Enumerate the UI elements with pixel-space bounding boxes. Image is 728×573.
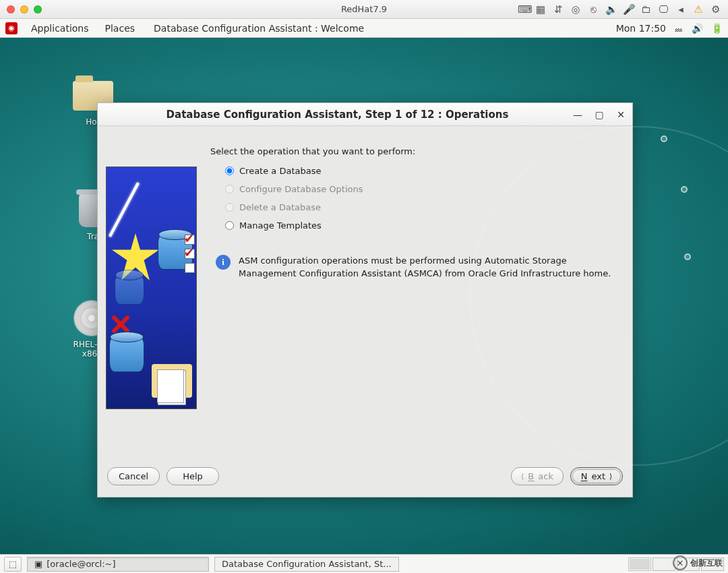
radio-configure-options: Configure Database Options	[225, 184, 620, 194]
watermark: ✕ 创新互联	[673, 555, 723, 570]
dialog-footer: Cancel Help ⟨Back Next⟩	[98, 462, 632, 497]
sound-icon[interactable]: 🔊	[692, 23, 703, 34]
dialog-window-buttons: — ▢ ✕	[572, 109, 627, 121]
back-button: ⟨Back	[511, 467, 564, 485]
decoration	[681, 186, 688, 193]
terminal-icon: ▣	[34, 559, 42, 569]
task-label: [oracle@orcl:~]	[47, 559, 115, 569]
dialog-titlebar[interactable]: Database Configuration Assistant, Step 1…	[98, 103, 632, 126]
minimize-icon[interactable]: —	[572, 109, 584, 121]
button-label: Help	[183, 471, 203, 481]
radio-label: Create a Database	[239, 166, 321, 176]
templates-folder-icon	[152, 364, 192, 398]
info-text: ASM configuration operations must be per…	[239, 255, 616, 280]
taskbar-task-terminal[interactable]: ▣ [oracle@orcl:~]	[27, 557, 209, 572]
task-label: Database Configuration Assistant, St...	[222, 559, 392, 569]
show-desktop-button[interactable]: ⬚	[4, 557, 22, 572]
window-controls	[7, 5, 42, 13]
graph-icon[interactable]: ⎋	[588, 3, 599, 16]
wizard-image	[106, 167, 197, 409]
button-label: N	[581, 471, 588, 481]
button-label: B	[528, 471, 534, 481]
radio-create-database[interactable]: Create a Database	[225, 166, 620, 176]
help-button[interactable]: Help	[166, 467, 219, 485]
chevron-right-icon: ⟩	[609, 472, 612, 481]
workspace-1[interactable]	[628, 557, 651, 571]
dialog-title: Database Configuration Assistant, Step 1…	[103, 109, 572, 121]
usb-icon[interactable]: ⇵	[553, 3, 564, 16]
host-title: RedHat7.9	[341, 4, 387, 14]
chevron-left-icon: ⟨	[521, 472, 524, 481]
host-titlebar: RedHat7.9 ⌨ ▦ ⇵ ◎ ⎋ 🔈 🎤 🗀 🖵 ◂ ⚠ ⚙	[0, 0, 728, 19]
minimize-icon[interactable]	[20, 5, 28, 13]
maximize-icon[interactable]: ▢	[593, 109, 605, 121]
close-icon[interactable]	[7, 5, 15, 13]
decoration	[684, 253, 691, 260]
button-label: Cancel	[119, 471, 148, 481]
zoom-icon[interactable]	[34, 5, 42, 13]
redhat-logo-icon[interactable]: ◉	[5, 22, 18, 34]
mic-icon[interactable]: 🎤	[623, 3, 634, 16]
delete-x-icon	[111, 314, 129, 333]
wand-icon	[109, 182, 140, 237]
decoration	[661, 135, 667, 142]
radio-manage-templates[interactable]: Manage Templates	[225, 220, 620, 231]
folder-icon[interactable]: 🗀	[640, 3, 651, 16]
dbca-dialog: Database Configuration Assistant, Step 1…	[97, 102, 633, 497]
radio-label: Delete a Database	[239, 202, 321, 212]
target-icon[interactable]: ◎	[570, 3, 581, 16]
network-icon[interactable]: ⅏	[674, 23, 684, 34]
dialog-content: Select the operation that you want to pe…	[210, 137, 620, 456]
close-icon[interactable]: ✕	[615, 109, 627, 121]
cancel-button[interactable]: Cancel	[107, 467, 160, 485]
dialog-body: Select the operation that you want to pe…	[98, 126, 632, 462]
applications-menu[interactable]: Applications	[23, 23, 97, 34]
button-label-rest: ext	[591, 471, 605, 481]
watermark-text: 创新互联	[690, 557, 723, 569]
radio-input	[225, 185, 234, 193]
desktop[interactable]: Hor Tra RHEL-7.9 x86_ Database Configura…	[0, 38, 728, 554]
info-note: i ASM configuration operations must be p…	[210, 255, 620, 280]
warning-icon[interactable]: ⚠	[693, 3, 704, 16]
next-button[interactable]: Next⟩	[570, 467, 623, 485]
database-icon	[115, 274, 144, 305]
keyboard-icon[interactable]: ⌨	[518, 3, 528, 16]
host-tray: ⌨ ▦ ⇵ ◎ ⎋ 🔈 🎤 🗀 🖵 ◂ ⚠ ⚙	[518, 3, 721, 16]
battery-icon[interactable]: 🔋	[711, 23, 723, 34]
radio-input[interactable]	[225, 221, 234, 230]
database-icon	[109, 336, 144, 372]
radio-label: Manage Templates	[239, 220, 322, 231]
radio-label: Configure Database Options	[239, 184, 363, 194]
checklist-icon	[185, 235, 195, 273]
prompt-text: Select the operation that you want to pe…	[210, 146, 620, 156]
info-icon: i	[216, 255, 231, 270]
gnome-bottom-panel: ⬚ ▣ [oracle@orcl:~] Database Configurati…	[0, 554, 728, 573]
radio-input	[225, 203, 234, 212]
workspace-2[interactable]	[653, 557, 675, 571]
operation-radio-group: Create a Database Configure Database Opt…	[210, 166, 620, 231]
radio-delete-database: Delete a Database	[225, 202, 620, 212]
active-window-title[interactable]: Database Configuration Assistant : Welco…	[143, 23, 364, 34]
button-label-rest: ack	[538, 471, 553, 481]
taskbar-task-dbca[interactable]: Database Configuration Assistant, St...	[214, 557, 399, 572]
chip-icon[interactable]: ▦	[535, 3, 546, 16]
back-icon[interactable]: ◂	[675, 3, 686, 16]
clock[interactable]: Mon 17:50	[616, 23, 666, 34]
display-icon[interactable]: 🖵	[658, 3, 669, 16]
gear-icon[interactable]: ⚙	[710, 3, 721, 16]
places-menu[interactable]: Places	[97, 23, 144, 34]
watermark-icon: ✕	[673, 555, 688, 570]
volume-icon[interactable]: 🔈	[605, 3, 616, 16]
gnome-top-panel: ◉ Applications Places Database Configura…	[0, 19, 728, 38]
radio-input[interactable]	[225, 167, 234, 175]
